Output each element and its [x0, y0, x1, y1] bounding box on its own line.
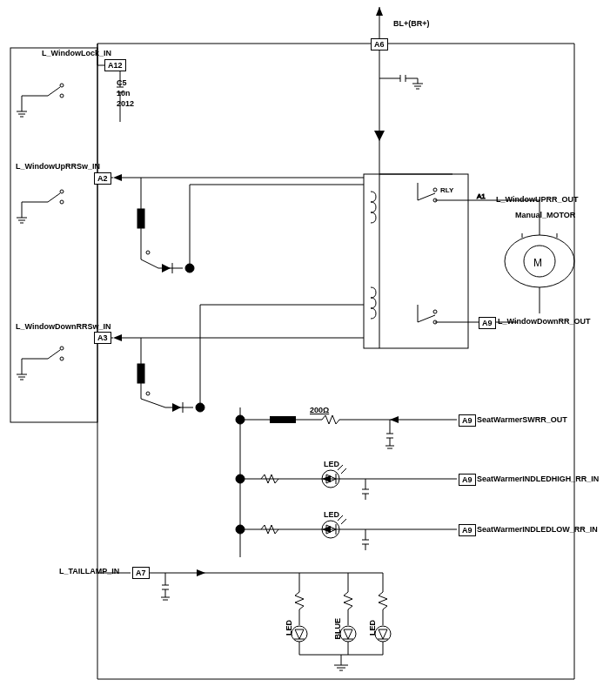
- label-windowupout: L_WindowUPRR_OUT: [496, 195, 578, 204]
- component-r200: 200Ω: [310, 406, 329, 414]
- pin-A6: A6: [371, 38, 388, 50]
- svg-point-64: [60, 347, 64, 350]
- svg-point-25: [433, 310, 437, 313]
- label-seatwarmer-sw: SeatWarmerSWRR_OUT: [477, 415, 567, 424]
- svg-marker-153: [344, 629, 352, 639]
- svg-point-65: [60, 357, 64, 360]
- component-c5-val: 10n: [117, 89, 131, 98]
- schematic-canvas: A1: [0, 0, 610, 700]
- svg-rect-74: [137, 209, 144, 228]
- pin-A9-downout: A9: [479, 317, 496, 329]
- pin-A9-low: A9: [459, 524, 476, 536]
- label-windowdownrr: L_WindowDownRRSw_IN: [16, 322, 111, 331]
- svg-line-19: [418, 193, 435, 200]
- svg-line-47: [48, 87, 60, 96]
- label-manualmotor: Manual_MOTOR: [515, 211, 575, 219]
- label-windowlock: L_WindowLock_IN: [42, 49, 111, 57]
- label-seatwarmer-low: SeatWarmerINDLEDLOW_RR_IN: [477, 525, 598, 534]
- pin-A12: A12: [104, 59, 126, 71]
- svg-rect-88: [137, 364, 144, 383]
- label-windowdownout: L_WindowDownRR_OUT: [498, 317, 590, 326]
- svg-line-55: [48, 193, 60, 202]
- component-led2: LED: [324, 510, 339, 519]
- svg-point-48: [60, 84, 64, 87]
- label-taillamp: L_TAILLAMP_IN: [59, 567, 119, 575]
- component-c5-pkg: 2012: [117, 99, 134, 108]
- label-led-right: LED: [368, 620, 377, 636]
- svg-text:A1: A1: [477, 192, 486, 200]
- component-led1: LED: [324, 460, 339, 468]
- svg-point-90: [146, 392, 150, 395]
- component-c5-ref: C5: [117, 78, 127, 87]
- svg-marker-79: [162, 264, 171, 273]
- label-seatwarmer-high: SeatWarmerINDLEDHIGH_RR_IN: [477, 475, 599, 483]
- component-rly: RLY: [440, 186, 453, 194]
- svg-line-77: [141, 259, 158, 268]
- svg-point-49: [60, 94, 64, 98]
- svg-marker-71: [113, 174, 122, 181]
- svg-marker-147: [295, 629, 304, 639]
- pin-A3: A3: [94, 332, 111, 344]
- svg-point-20: [433, 188, 437, 192]
- pin-A2: A2: [94, 172, 111, 185]
- motor-letter: M: [533, 257, 542, 269]
- svg-marker-2: [376, 7, 383, 16]
- label-bl: BL+(BR+): [393, 19, 430, 28]
- svg-line-24: [418, 315, 435, 322]
- svg-marker-137: [197, 569, 205, 576]
- svg-line-129: [341, 519, 346, 524]
- svg-marker-85: [113, 334, 122, 341]
- label-windowuprr: L_WindowUpRRSw_IN: [16, 162, 100, 171]
- svg-line-118: [341, 468, 346, 474]
- svg-marker-106: [390, 416, 399, 423]
- svg-marker-93: [172, 403, 181, 412]
- label-led-left: LED: [285, 620, 293, 636]
- label-blue: BLUE: [333, 618, 342, 640]
- svg-point-57: [60, 200, 64, 204]
- pin-A9-sw: A9: [459, 414, 476, 427]
- svg-rect-103: [270, 416, 296, 423]
- svg-line-91: [141, 399, 165, 407]
- svg-point-76: [146, 251, 150, 254]
- svg-marker-159: [379, 629, 387, 639]
- svg-rect-0: [10, 48, 97, 422]
- svg-marker-13: [374, 131, 385, 141]
- svg-line-63: [48, 350, 60, 359]
- pin-A9-high: A9: [459, 474, 476, 486]
- svg-point-56: [60, 190, 64, 193]
- pin-A7: A7: [132, 567, 150, 579]
